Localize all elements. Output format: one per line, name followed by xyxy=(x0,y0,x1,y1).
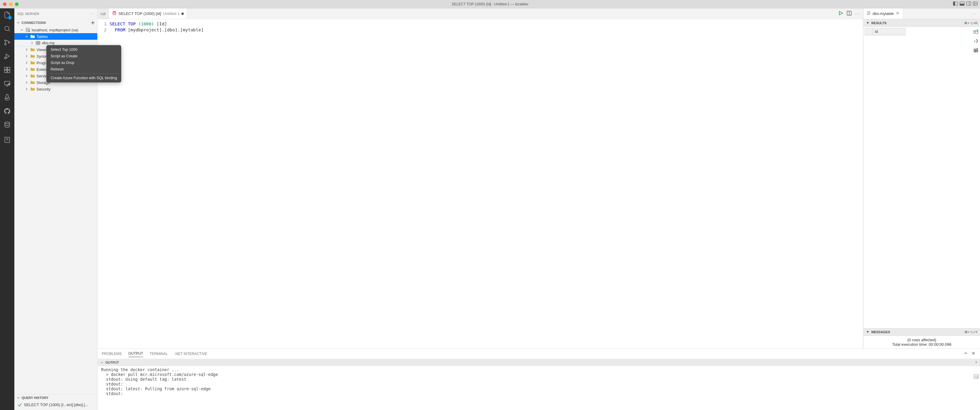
output-section-header[interactable]: OUTPUT xyxy=(97,359,980,366)
tables-node[interactable]: Tables xyxy=(14,33,97,40)
close-tab-icon[interactable] xyxy=(896,11,900,16)
sql-server-activity[interactable] xyxy=(3,121,11,129)
tab-dotnet-interactive[interactable]: .NET INTERACTIVE xyxy=(175,350,207,357)
extensions-activity[interactable] xyxy=(3,66,11,74)
connection-node[interactable]: localhost, mydbproject (sa) xyxy=(14,27,97,33)
save-json-icon[interactable] xyxy=(973,38,978,44)
tab-previous[interactable]: sql xyxy=(97,8,109,19)
menu-separator xyxy=(49,73,119,74)
tab-active[interactable]: SELECT TOP (1000) [Id] Untitled-1 xyxy=(109,8,187,19)
close-window-button[interactable] xyxy=(3,2,6,6)
svg-marker-59 xyxy=(867,331,869,333)
explorer-badge: 1 xyxy=(8,16,12,20)
explorer-activity[interactable]: 1 xyxy=(3,11,11,19)
save-csv-icon[interactable] xyxy=(973,28,978,35)
output-body[interactable]: Running the docker container ... > docke… xyxy=(97,366,980,410)
connections-section-header[interactable]: CONNECTIONS xyxy=(14,19,97,27)
messages-header-label: MESSAGES xyxy=(871,330,890,334)
menu-create-azure-function[interactable]: Create Azure Function with SQL binding xyxy=(46,75,121,81)
customize-layout-icon[interactable] xyxy=(973,1,978,7)
more-results-actions-icon[interactable]: ··· xyxy=(972,11,977,16)
query-history-text: SELECT TOP (1000) [I...ect].[dbo].[... xyxy=(24,402,88,407)
security-label: Security xyxy=(37,87,51,92)
tab-terminal[interactable]: TERMINAL xyxy=(150,350,168,357)
tab-output[interactable]: OUTPUT xyxy=(129,350,143,357)
minimize-window-button[interactable] xyxy=(9,2,13,6)
code-editor[interactable]: 1 2 SELECT TOP (1000) [Id] FROM [mydbpro… xyxy=(97,19,863,348)
testing-activity[interactable] xyxy=(3,93,11,101)
column-header[interactable]: Id xyxy=(873,28,905,35)
tab-results[interactable]: dbo.mytable xyxy=(864,8,903,19)
folder-icon xyxy=(30,34,35,39)
github-activity[interactable] xyxy=(3,107,11,116)
messages-shortcut: ⌘+⌥+Y xyxy=(964,330,978,334)
minimap[interactable] xyxy=(854,19,863,28)
tab-problems[interactable]: PROBLEMS xyxy=(102,350,122,357)
toggle-panel-icon[interactable] xyxy=(959,1,964,7)
line-number: 2 xyxy=(97,27,107,33)
more-editor-actions-icon[interactable]: ··· xyxy=(855,11,860,16)
views-label: Views xyxy=(37,47,47,52)
results-tabs: dbo.mytable ··· xyxy=(864,8,980,19)
menu-script-as-drop[interactable]: Script as Drop xyxy=(46,60,121,66)
toggle-secondary-sidebar-icon[interactable] xyxy=(966,1,971,7)
source-control-activity[interactable] xyxy=(3,38,11,47)
query-history-header[interactable]: QUERY HISTORY xyxy=(14,394,97,401)
output-line: Running the docker container ... xyxy=(101,367,977,372)
maximize-window-button[interactable] xyxy=(15,2,19,6)
results-header-label: RESULTS xyxy=(871,21,887,25)
editor-area: sql SELECT TOP (1000) [Id] Untitled-1 ··… xyxy=(97,8,980,410)
tables-label: Tables xyxy=(37,34,48,39)
activity-bar: 1 xyxy=(0,8,14,410)
close-panel-icon[interactable] xyxy=(971,351,976,356)
svg-rect-3 xyxy=(960,4,964,5)
svg-point-41 xyxy=(113,11,116,13)
messages-line: (0 rows affected) xyxy=(867,338,977,342)
svg-line-10 xyxy=(9,30,10,32)
active-tab-title: SELECT TOP (1000) [Id] xyxy=(119,11,161,16)
add-connection-icon[interactable] xyxy=(90,20,95,25)
folder-icon xyxy=(30,47,35,52)
row-header-corner xyxy=(865,28,873,35)
database-projects-activity[interactable] xyxy=(3,136,11,144)
run-debug-activity[interactable] xyxy=(3,52,11,60)
results-section-header[interactable]: RESULTS ⌘+⌥+R xyxy=(864,19,980,27)
query-history-item[interactable]: SELECT TOP (1000) [I...ect].[dbo].[... xyxy=(14,401,97,408)
check-icon xyxy=(18,402,22,407)
split-editor-icon[interactable] xyxy=(846,11,852,17)
results-grid[interactable]: Id xyxy=(864,27,972,328)
results-shortcut: ⌘+⌥+R xyxy=(964,21,978,25)
menu-refresh[interactable]: Refresh xyxy=(46,66,121,73)
server-icon xyxy=(25,27,30,32)
svg-rect-19 xyxy=(8,70,10,73)
more-actions-icon[interactable]: ··· xyxy=(90,12,94,16)
security-node[interactable]: Security xyxy=(14,86,97,92)
bottom-panel: PROBLEMS OUTPUT TERMINAL .NET INTERACTIV… xyxy=(97,348,980,410)
sidebar-title-row: SQL SERVER ··· xyxy=(14,8,97,19)
svg-point-12 xyxy=(5,44,6,45)
svg-marker-42 xyxy=(839,11,843,15)
sql-side-icon[interactable]: SQL xyxy=(974,374,979,380)
menu-select-top-1000[interactable]: Select Top 1000 xyxy=(46,46,121,53)
search-activity[interactable] xyxy=(3,24,11,33)
menu-script-as-create[interactable]: Script as Create xyxy=(46,53,121,60)
run-query-icon[interactable] xyxy=(838,11,843,17)
connections-label: CONNECTIONS xyxy=(22,21,46,24)
sql-editor-group: sql SELECT TOP (1000) [Id] Untitled-1 ··… xyxy=(97,8,863,348)
query-history-label: QUERY HISTORY xyxy=(22,396,48,399)
maximize-panel-icon[interactable] xyxy=(963,351,968,356)
folder-icon xyxy=(30,54,35,59)
remote-explorer-activity[interactable] xyxy=(3,79,11,88)
folder-icon xyxy=(30,73,35,78)
svg-text:SQL: SQL xyxy=(975,376,979,378)
save-excel-icon[interactable] xyxy=(973,47,978,54)
chevron-right-icon[interactable] xyxy=(974,360,978,365)
messages-section-header[interactable]: MESSAGES ⌘+⌥+Y xyxy=(864,328,980,336)
svg-marker-14 xyxy=(6,54,9,58)
results-toolbar xyxy=(972,27,980,328)
sidebar-title: SQL SERVER xyxy=(18,12,39,16)
active-tab-subtitle: Untitled-1 xyxy=(163,11,180,16)
svg-marker-51 xyxy=(867,22,869,24)
toggle-primary-sidebar-icon[interactable] xyxy=(953,1,958,7)
svg-rect-36 xyxy=(36,41,40,44)
